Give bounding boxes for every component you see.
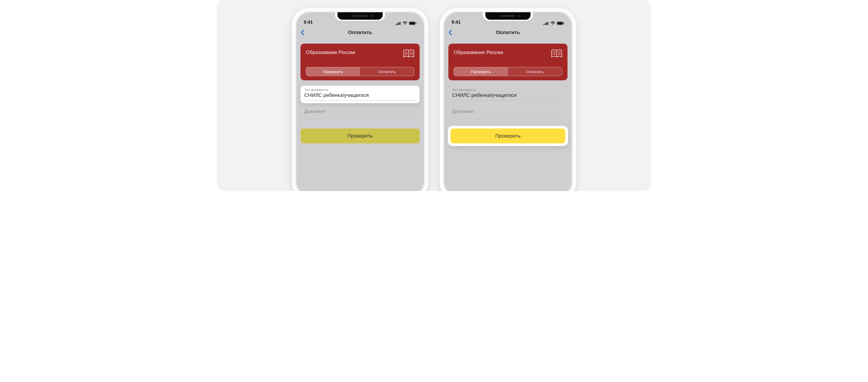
service-title: Образование России [454, 50, 503, 55]
phone-screen-1: 9:41 Оплатить Образование России [296, 12, 424, 191]
svg-rect-16 [546, 22, 547, 25]
doc-number-field[interactable]: Документ [448, 109, 567, 119]
book-icon [403, 50, 414, 58]
svg-rect-6 [416, 23, 416, 24]
segmented-control: Проверить Оплатить [454, 67, 562, 76]
doc-number-placeholder: Документ [304, 109, 416, 114]
svg-rect-2 [398, 22, 399, 25]
segment-check[interactable]: Проверить [454, 67, 508, 76]
battery-icon [409, 22, 416, 25]
doc-type-field[interactable]: Тип документа СНИЛС ребенка/учащегося [301, 86, 420, 103]
doc-type-value: СНИЛС ребенка/учащегося [452, 92, 564, 98]
status-time: 9:41 [452, 20, 461, 25]
doc-number-placeholder: Документ [452, 109, 564, 114]
svg-rect-17 [548, 22, 548, 25]
primary-button-wrap: Проверить [448, 126, 568, 146]
check-button[interactable]: Проверить [301, 128, 420, 143]
nav-bar: Оплатить [296, 26, 424, 39]
status-icons [544, 22, 564, 25]
svg-rect-19 [557, 22, 563, 25]
check-button[interactable]: Проверить [451, 128, 565, 143]
svg-rect-5 [409, 22, 415, 25]
nav-bar: Оплатить [444, 26, 572, 39]
doc-number-field[interactable]: Документ [301, 109, 420, 119]
doc-type-label: Тип документа [452, 88, 564, 92]
doc-type-value: СНИЛС ребенка/учащегося [304, 92, 416, 98]
segment-pay[interactable]: Оплатить [508, 67, 562, 76]
service-card: Образование России Проверить Оплатить [448, 43, 567, 80]
svg-rect-14 [544, 24, 545, 25]
svg-rect-0 [396, 24, 397, 25]
nav-title: Оплатить [444, 30, 572, 35]
segmented-control: Проверить Оплатить [306, 67, 414, 76]
notch [334, 12, 387, 21]
status-icons [396, 22, 416, 25]
showcase-canvas: 9:41 Оплатить Образование России [217, 0, 651, 191]
wifi-icon [403, 22, 407, 25]
svg-rect-1 [397, 23, 398, 25]
notch [481, 12, 534, 21]
svg-rect-15 [545, 23, 546, 25]
status-time: 9:41 [304, 20, 313, 25]
doc-type-label: Тип документа [304, 88, 416, 92]
nav-title: Оплатить [296, 30, 424, 35]
service-title: Образование России [306, 50, 355, 55]
book-icon [551, 50, 562, 58]
doc-type-field[interactable]: Тип документа СНИЛС ребенка/учащегося [448, 86, 567, 103]
battery-icon [557, 22, 564, 25]
phone-screen-2: 9:41 Оплатить Образование России [444, 12, 572, 191]
phone-frame-2: 9:41 Оплатить Образование России [440, 8, 576, 191]
cellular-icon [396, 22, 401, 25]
wifi-icon [551, 22, 555, 25]
phone-frame-1: 9:41 Оплатить Образование России [292, 8, 428, 191]
segment-check[interactable]: Проверить [306, 67, 360, 76]
cellular-icon [544, 22, 549, 25]
service-card: Образование России Проверить Оплатить [301, 43, 420, 80]
svg-rect-3 [400, 22, 401, 25]
primary-button-wrap: Проверить [301, 128, 420, 143]
svg-rect-20 [563, 23, 564, 24]
segment-pay[interactable]: Оплатить [360, 67, 414, 76]
